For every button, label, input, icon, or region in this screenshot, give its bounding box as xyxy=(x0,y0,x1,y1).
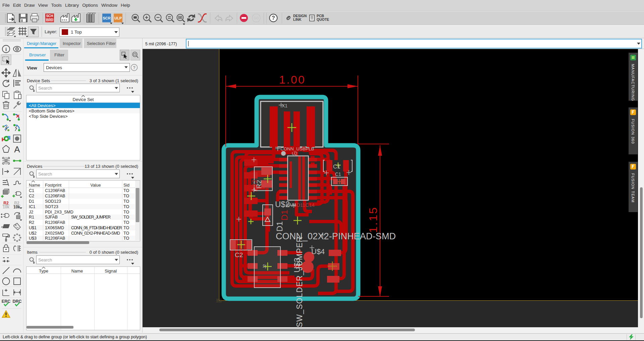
svg-text:QUOTE: QUOTE xyxy=(317,17,329,21)
svg-text:Footprint: Footprint xyxy=(45,183,62,188)
svg-text:1.00: 1.00 xyxy=(279,73,305,86)
svg-text:2X02SMD: 2X02SMD xyxy=(45,231,64,236)
svg-text:13 of 13 shown (0 selected): 13 of 13 shown (0 selected) xyxy=(85,164,138,169)
svg-text:U$3: U$3 xyxy=(292,258,302,273)
svg-text:DRC: DRC xyxy=(12,299,21,304)
svg-text:TO: TO xyxy=(123,215,129,220)
svg-text:?: ? xyxy=(272,15,275,21)
svg-text:<Bottom Side Devices>: <Bottom Side Devices> xyxy=(29,108,74,113)
svg-text:Selection Filter: Selection Filter xyxy=(87,41,116,46)
svg-text:Signal: Signal xyxy=(105,269,117,274)
svg-text:Search: Search xyxy=(38,257,52,262)
svg-text:C1206FAB: C1206FAB xyxy=(45,194,65,198)
svg-text:IC1: IC1 xyxy=(29,204,36,209)
svg-text:BRD: BRD xyxy=(46,18,53,22)
svg-text:ERC: ERC xyxy=(2,299,10,304)
svg-text:U$2: U$2 xyxy=(29,231,37,236)
svg-text:C2: C2 xyxy=(235,251,243,258)
svg-text:TO: TO xyxy=(123,188,129,193)
svg-text:D1: D1 xyxy=(275,221,284,232)
svg-text:Type: Type xyxy=(39,269,48,274)
svg-text:Filter: Filter xyxy=(54,52,65,57)
svg-text:Devices: Devices xyxy=(46,65,62,70)
svg-text:SW_SOLDER_JUMPER: SW_SOLDER_JUMPER xyxy=(295,237,304,327)
svg-text:1.15: 1.15 xyxy=(367,207,379,233)
svg-text:R1206FAB: R1206FAB xyxy=(45,220,65,225)
svg-text:Items: Items xyxy=(27,250,38,255)
svg-text:Layer:: Layer: xyxy=(45,29,57,34)
svg-text:Search: Search xyxy=(38,172,52,177)
svg-text:SJFAB: SJFAB xyxy=(45,215,58,220)
svg-text:0 of 0 shown (0 selected): 0 of 0 shown (0 selected) xyxy=(90,250,138,255)
svg-text:C1: C1 xyxy=(333,163,340,170)
svg-text:ULP: ULP xyxy=(114,16,122,20)
svg-text:J2: J2 xyxy=(29,210,33,214)
svg-text:R2: R2 xyxy=(29,220,34,225)
svg-text:C1206FAB: C1206FAB xyxy=(45,188,65,193)
svg-text:Value: Value xyxy=(90,183,101,188)
svg-text:8AM: 8AM xyxy=(286,202,296,208)
svg-text:TO: TO xyxy=(123,231,129,236)
svg-text:Name: Name xyxy=(29,183,40,188)
svg-text:U$1: U$1 xyxy=(29,226,37,230)
svg-text:Design Manager: Design Manager xyxy=(27,41,57,46)
svg-text:Browser: Browser xyxy=(29,52,46,57)
svg-text:X1: X1 xyxy=(282,103,287,108)
svg-text:CONN_06_FTDI-SMD-HEADER: CONN_06_FTDI-SMD-HEADER xyxy=(71,226,122,230)
svg-text:D11C14: D11C14 xyxy=(297,202,315,208)
svg-text:D1: D1 xyxy=(280,210,289,221)
svg-text:SW_SOLDER_JUMPER: SW_SOLDER_JUMPER xyxy=(71,215,111,220)
svg-text:C1: C1 xyxy=(29,188,34,193)
svg-text:J2: J2 xyxy=(262,264,267,269)
svg-text:SOD123: SOD123 xyxy=(45,199,61,204)
svg-text:U2: U2 xyxy=(292,151,298,156)
svg-text:SCH: SCH xyxy=(46,14,53,18)
svg-text:U$3: U$3 xyxy=(29,236,37,241)
svg-text:GO: GO xyxy=(254,16,259,20)
svg-text:D1: D1 xyxy=(29,199,34,204)
svg-text:i: i xyxy=(5,47,7,52)
svg-text:Sid: Sid xyxy=(123,183,129,188)
svg-text:Search: Search xyxy=(38,86,52,91)
svg-text:CONN_USBPLB: CONN_USBPLB xyxy=(280,146,314,151)
svg-text:3 of 3 shown (1 selected): 3 of 3 shown (1 selected) xyxy=(90,78,138,83)
svg-text:R1: R1 xyxy=(29,215,34,220)
svg-text:10k: 10k xyxy=(13,205,20,209)
svg-text:View: View xyxy=(27,65,37,70)
svg-text:SOT23: SOT23 xyxy=(45,204,58,209)
svg-text:?: ? xyxy=(133,65,136,70)
svg-text:U$4: U$4 xyxy=(311,247,325,256)
svg-text:TO: TO xyxy=(123,199,129,204)
svg-text:Device Set: Device Set xyxy=(73,97,94,102)
svg-text:<Top Side Devices>: <Top Side Devices> xyxy=(29,114,68,119)
svg-text:C1: C1 xyxy=(335,172,341,177)
svg-text:TO: TO xyxy=(123,226,129,230)
svg-text:C2: C2 xyxy=(29,194,34,198)
svg-text:Name: Name xyxy=(71,269,83,274)
svg-text:10k: 10k xyxy=(3,205,9,209)
svg-text:TO: TO xyxy=(123,220,129,225)
svg-text:LINK: LINK xyxy=(293,17,302,21)
svg-text:TO: TO xyxy=(123,194,129,198)
svg-text:SCR: SCR xyxy=(103,16,110,20)
svg-text:PDI_2X3_SMD: PDI_2X3_SMD xyxy=(45,210,73,214)
svg-text:TO: TO xyxy=(123,204,129,209)
svg-text:1X06SMD: 1X06SMD xyxy=(45,226,64,230)
svg-text:5 mil (2096 -177): 5 mil (2096 -177) xyxy=(145,42,177,46)
svg-text:R2: R2 xyxy=(251,179,258,188)
svg-text:Devices: Devices xyxy=(27,164,43,169)
svg-text:R1206FAB: R1206FAB xyxy=(45,236,65,241)
svg-text:TO: TO xyxy=(123,210,129,214)
svg-text:Device Sets: Device Sets xyxy=(27,78,50,83)
svg-text:CONN_02X2-PINHEAD-SMD: CONN_02X2-PINHEAD-SMD xyxy=(71,231,120,236)
svg-text:A: A xyxy=(14,144,20,154)
svg-text:TO: TO xyxy=(123,236,129,241)
svg-text:1 Top: 1 Top xyxy=(71,30,82,35)
svg-text:CONN_02X2-PINHEAD-SMD: CONN_02X2-PINHEAD-SMD xyxy=(276,231,396,241)
svg-text:<All Devices>: <All Devices> xyxy=(29,103,55,108)
svg-text:Inspector: Inspector xyxy=(63,41,81,46)
